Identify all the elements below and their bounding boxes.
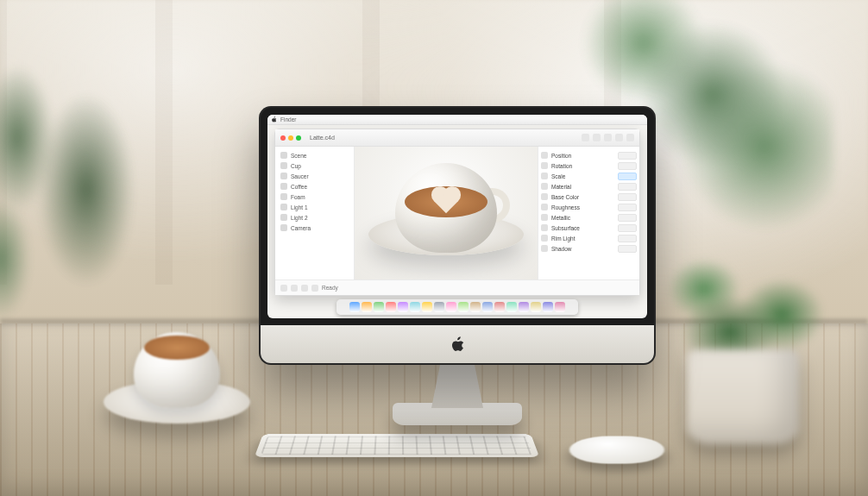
dock-app-icon[interactable] — [349, 302, 360, 312]
dock-app-icon[interactable] — [543, 302, 553, 312]
property-icon — [541, 204, 548, 210]
property-row[interactable]: Shadow — [541, 243, 637, 254]
property-label: Rim Light — [551, 235, 575, 242]
property-icon — [541, 173, 548, 179]
outline-panel[interactable]: SceneCupSaucerCoffeeFoamLight 1Light 2Ca… — [275, 147, 355, 279]
property-icon — [541, 245, 548, 252]
dock-app-icon[interactable] — [555, 302, 565, 312]
dock-app-icon[interactable] — [446, 302, 456, 312]
dock-app-icon[interactable] — [362, 302, 372, 312]
dock-app-icon[interactable] — [494, 302, 505, 312]
property-row[interactable]: Position — [541, 150, 637, 160]
property-value-field[interactable] — [618, 162, 637, 170]
object-icon — [280, 204, 287, 210]
property-value-field[interactable] — [618, 245, 637, 253]
property-value-field[interactable] — [618, 214, 637, 222]
property-row[interactable]: Scale — [541, 171, 637, 181]
imac-chin — [261, 325, 654, 363]
inspector-panel[interactable]: PositionRotationScaleMaterialBase ColorR… — [538, 147, 639, 279]
outline-item[interactable]: Saucer — [279, 171, 350, 181]
dock-app-icon[interactable] — [519, 302, 529, 312]
latte-art-heart-icon — [434, 189, 458, 213]
property-row[interactable]: Rim Light — [541, 233, 637, 243]
outline-item[interactable]: Camera — [279, 223, 350, 233]
plant-left — [0, 35, 190, 345]
property-value-field[interactable] — [618, 152, 637, 160]
titlebar[interactable]: Latte.c4d — [275, 129, 639, 147]
status-icon — [311, 285, 318, 292]
zoom-button[interactable] — [296, 135, 301, 141]
close-button[interactable] — [280, 135, 286, 141]
property-row[interactable]: Roughness — [541, 202, 637, 212]
outline-item-label: Camera — [291, 225, 311, 231]
property-label: Subsurface — [551, 225, 580, 231]
outline-item-label: Foam — [291, 194, 305, 200]
property-row[interactable]: Rotation — [541, 160, 637, 171]
coffee-cup-physical — [104, 311, 250, 424]
object-icon — [280, 193, 287, 200]
outline-item-label: Saucer — [291, 173, 309, 179]
outline-item[interactable]: Light 1 — [279, 202, 350, 212]
object-icon — [280, 173, 287, 179]
menubar-app-name[interactable]: Finder — [280, 116, 296, 122]
property-label: Position — [551, 153, 571, 159]
object-icon — [280, 224, 287, 231]
apple-menu-icon[interactable] — [271, 116, 277, 122]
outline-item[interactable]: Scene — [279, 150, 350, 160]
dock-app-icon[interactable] — [458, 302, 469, 312]
property-row[interactable]: Subsurface — [541, 223, 637, 233]
property-value-field[interactable] — [618, 224, 637, 232]
outline-item-label: Light 2 — [291, 215, 308, 221]
potted-plant — [670, 254, 816, 444]
property-icon — [541, 214, 548, 221]
statusbar: Ready — [275, 279, 639, 295]
imac: Finder Latte.c4d — [259, 106, 656, 425]
toolbar-icon[interactable] — [615, 134, 623, 141]
property-icon — [541, 183, 548, 190]
outline-item[interactable]: Light 2 — [279, 212, 350, 223]
keyboard — [255, 434, 540, 457]
dock-app-icon[interactable] — [410, 302, 420, 312]
outline-item[interactable]: Foam — [279, 191, 350, 202]
scene: { "menubar": { "app": "Finder" }, "windo… — [0, 0, 868, 496]
toolbar-icon[interactable] — [604, 134, 612, 141]
property-row[interactable]: Base Color — [541, 191, 637, 202]
outline-item-label: Light 1 — [291, 204, 308, 210]
dock-app-icon[interactable] — [434, 302, 444, 312]
viewport-3d[interactable] — [355, 147, 538, 279]
outline-item-label: Scene — [291, 153, 306, 159]
outline-item[interactable]: Cup — [279, 160, 350, 171]
property-value-field[interactable] — [618, 193, 637, 201]
property-row[interactable]: Material — [541, 181, 637, 191]
property-value-field[interactable] — [618, 183, 637, 191]
imac-body: Finder Latte.c4d — [259, 106, 656, 365]
status-text: Ready — [322, 285, 338, 291]
status-icon — [301, 285, 308, 292]
dock-app-icon[interactable] — [470, 302, 481, 312]
menubar[interactable]: Finder — [267, 115, 647, 125]
property-label: Base Color — [551, 194, 579, 200]
apple-logo-icon — [450, 335, 465, 354]
dock-app-icon[interactable] — [374, 302, 384, 312]
property-value-field[interactable] — [618, 235, 637, 242]
dock-app-icon[interactable] — [506, 302, 517, 312]
status-icon — [280, 285, 287, 292]
toolbar-icon[interactable] — [593, 134, 601, 141]
dock-app-icon[interactable] — [531, 302, 541, 312]
dock[interactable] — [337, 299, 578, 315]
property-icon — [541, 235, 548, 242]
property-icon — [541, 152, 548, 159]
dock-app-icon[interactable] — [482, 302, 493, 312]
dock-app-icon[interactable] — [398, 302, 408, 312]
toolbar-icon[interactable] — [582, 134, 589, 141]
property-row[interactable]: Metallic — [541, 212, 637, 223]
property-value-field[interactable] — [618, 204, 637, 211]
outline-item[interactable]: Coffee — [279, 181, 350, 191]
dock-app-icon[interactable] — [386, 302, 396, 312]
minimize-button[interactable] — [288, 135, 293, 141]
property-label: Roughness — [551, 204, 580, 210]
property-value-field[interactable] — [618, 173, 637, 180]
dock-app-icon[interactable] — [422, 302, 432, 312]
property-icon — [541, 162, 548, 169]
toolbar-icon[interactable] — [626, 134, 634, 141]
